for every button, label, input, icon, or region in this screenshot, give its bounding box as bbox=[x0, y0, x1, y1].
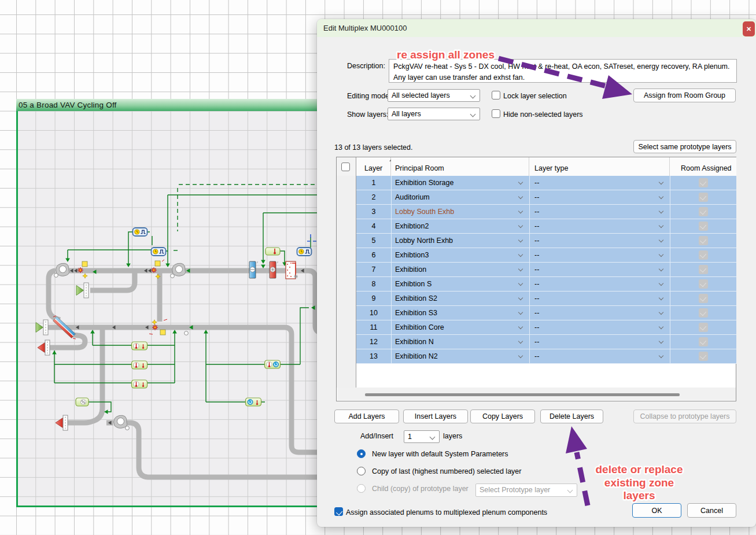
insert-layers-button[interactable]: Insert Layers bbox=[403, 409, 468, 423]
table-row[interactable]: 9Exhibition S2-- bbox=[337, 292, 736, 306]
room-assigned-checkbox bbox=[670, 320, 736, 335]
mixed-air-sensor-icon[interactable] bbox=[265, 360, 281, 368]
table-row[interactable]: 2Auditorium-- bbox=[337, 190, 736, 205]
delete-layers-button[interactable]: Delete Layers bbox=[540, 409, 603, 423]
principal-room-dropdown[interactable]: Lobby North Exhb bbox=[391, 234, 529, 248]
assign-plenums-checkbox[interactable] bbox=[334, 507, 343, 516]
zone-sensor2-icon[interactable] bbox=[132, 361, 147, 369]
prototype-layer-select[interactable]: Select Prototype layer bbox=[475, 484, 577, 497]
transfer-air-intake-icon[interactable] bbox=[76, 283, 88, 298]
principal-room-dropdown[interactable]: Exhibition Storage bbox=[391, 176, 529, 190]
show-layers-select[interactable]: All layers bbox=[388, 108, 480, 120]
table-row[interactable]: 3Lobby South Exhb-- bbox=[337, 205, 736, 219]
layer-type-dropdown[interactable]: -- bbox=[529, 190, 670, 205]
controller3-icon[interactable] bbox=[297, 248, 312, 256]
blue-control-line bbox=[307, 234, 317, 241]
principal-room-dropdown[interactable]: Exhibition S3 bbox=[391, 306, 529, 320]
radio-child-prototype[interactable] bbox=[357, 484, 366, 493]
assign-from-room-group-button[interactable]: Assign from Room Group bbox=[633, 88, 736, 102]
select-all-header[interactable] bbox=[337, 157, 356, 176]
cancel-button[interactable]: Cancel bbox=[687, 503, 736, 518]
principal-room-dropdown[interactable]: Exhibition N bbox=[391, 335, 529, 349]
room-assigned-checkbox bbox=[670, 335, 736, 349]
select-all-checkbox[interactable] bbox=[341, 163, 350, 171]
supply-fan-icon[interactable] bbox=[54, 263, 69, 277]
hide-non-selected-checkbox[interactable] bbox=[492, 109, 500, 118]
description-input[interactable]: PckgVAV re-heat - Sys 5 - DX cool, HW he… bbox=[389, 59, 737, 83]
humidity-sensor-icon[interactable] bbox=[76, 398, 88, 406]
radio-child-prototype-label: Child (copy) of prototype layer bbox=[372, 485, 469, 493]
supply-temp-sensor-icon[interactable] bbox=[265, 248, 280, 255]
principal-room-dropdown[interactable]: Exhibition S2 bbox=[391, 292, 529, 306]
layer-type-dropdown[interactable]: -- bbox=[529, 320, 670, 335]
table-row[interactable]: 12Exhibition N-- bbox=[337, 335, 736, 349]
layers-suffix-label: layers bbox=[443, 432, 462, 440]
editing-mode-label: Editing mode: bbox=[347, 92, 391, 100]
layer-type-column-header[interactable]: Layer type bbox=[529, 157, 670, 176]
ok-button[interactable]: OK bbox=[632, 503, 681, 518]
table-row[interactable]: 10Exhibition S3-- bbox=[337, 306, 736, 320]
principal-room-dropdown[interactable]: Exhibtion3 bbox=[391, 248, 529, 263]
layer-type-dropdown[interactable]: -- bbox=[529, 263, 670, 277]
exhaust-fan-icon[interactable] bbox=[114, 415, 130, 430]
lock-layer-selection-label: Lock layer selection bbox=[503, 92, 567, 100]
hide-non-selected-label: Hide non-selected layers bbox=[503, 110, 583, 119]
return-air-sensor-icon[interactable] bbox=[246, 398, 261, 406]
radio-copy-last[interactable] bbox=[357, 467, 366, 475]
table-row[interactable]: 7Exhibition-- bbox=[337, 263, 736, 277]
fresh-air-intake-icon[interactable] bbox=[36, 320, 48, 335]
collapse-to-prototype-button[interactable]: Collapse to prototype layers bbox=[633, 409, 736, 423]
room-assigned-column-header[interactable]: Room Assigned bbox=[670, 157, 736, 176]
table-row[interactable]: 13Exhibition N2-- bbox=[337, 349, 736, 364]
principal-room-dropdown[interactable]: Exhibtion S bbox=[391, 277, 529, 292]
layer-type-dropdown[interactable]: -- bbox=[529, 292, 670, 306]
zone-sensor1-icon[interactable] bbox=[132, 342, 147, 350]
supply-fan2-icon[interactable] bbox=[171, 263, 186, 278]
room-assigned-checkbox bbox=[670, 349, 736, 364]
radio-new-layer[interactable] bbox=[357, 449, 366, 458]
layer-type-dropdown[interactable]: -- bbox=[529, 234, 670, 248]
principal-room-column-header[interactable]: Principal Room bbox=[391, 157, 529, 176]
layer-type-dropdown[interactable]: -- bbox=[529, 248, 670, 263]
table-row[interactable]: 6Exhibtion3-- bbox=[337, 248, 736, 263]
layer-type-dropdown[interactable]: -- bbox=[529, 205, 670, 219]
layer-column-header[interactable]: Layer bbox=[356, 157, 391, 176]
layer-type-dropdown[interactable]: -- bbox=[529, 306, 670, 320]
table-row[interactable]: 4Exhibtion2-- bbox=[337, 219, 736, 234]
layer-type-dropdown[interactable]: -- bbox=[529, 277, 670, 292]
layer-type-dropdown[interactable]: -- bbox=[529, 349, 670, 364]
exhaust-air-outlet2-icon[interactable] bbox=[56, 415, 68, 430]
principal-room-dropdown[interactable]: Exhibtion2 bbox=[391, 219, 529, 234]
table-row[interactable]: 8Exhibtion S-- bbox=[337, 277, 736, 292]
add-insert-label: Add/Insert bbox=[360, 432, 393, 440]
principal-room-dropdown[interactable]: Exhibition Core bbox=[391, 320, 529, 335]
room-assigned-checkbox bbox=[670, 306, 736, 320]
add-insert-count-select[interactable]: 1 bbox=[404, 430, 440, 443]
principal-room-dropdown[interactable]: Exhibition bbox=[391, 263, 529, 277]
dialog-titlebar[interactable]: Edit Multiplex MU000100 ✕ bbox=[317, 19, 756, 37]
layer-type-dropdown[interactable]: -- bbox=[529, 335, 670, 349]
table-row[interactable]: 1Exhibition Storage-- bbox=[337, 176, 736, 190]
layers-table-rows: 1Exhibition Storage--2Auditorium--3Lobby… bbox=[337, 176, 736, 364]
close-icon[interactable]: ✕ bbox=[743, 21, 755, 36]
scrollbar-thumb[interactable] bbox=[365, 393, 680, 396]
principal-room-dropdown[interactable]: Auditorium bbox=[391, 190, 529, 205]
select-same-prototype-button[interactable]: Select same prototype layers bbox=[633, 140, 736, 153]
add-layers-button[interactable]: Add Layers bbox=[334, 409, 399, 423]
lock-layer-selection-checkbox[interactable] bbox=[492, 91, 500, 99]
controller1-icon[interactable] bbox=[133, 228, 147, 236]
exhaust-air-outlet-icon[interactable] bbox=[38, 340, 50, 355]
principal-room-dropdown[interactable]: Lobby South Exhb bbox=[391, 205, 529, 219]
controller2-icon[interactable] bbox=[152, 248, 166, 256]
zone-sensor3-icon[interactable] bbox=[132, 380, 147, 388]
layer-type-dropdown[interactable]: -- bbox=[529, 219, 670, 234]
table-row[interactable]: 11Exhibition Core-- bbox=[337, 320, 736, 335]
checkbox-column-track bbox=[337, 176, 356, 388]
principal-room-dropdown[interactable]: Exhibition N2 bbox=[391, 349, 529, 364]
table-row[interactable]: 5Lobby North Exhb-- bbox=[337, 234, 736, 248]
horizontal-scrollbar[interactable] bbox=[337, 388, 736, 400]
editing-mode-select[interactable]: All selected layers bbox=[388, 89, 480, 102]
layer-number: 6 bbox=[356, 248, 391, 263]
layer-type-dropdown[interactable]: -- bbox=[529, 176, 670, 190]
copy-layers-button[interactable]: Copy Layers bbox=[470, 409, 535, 423]
